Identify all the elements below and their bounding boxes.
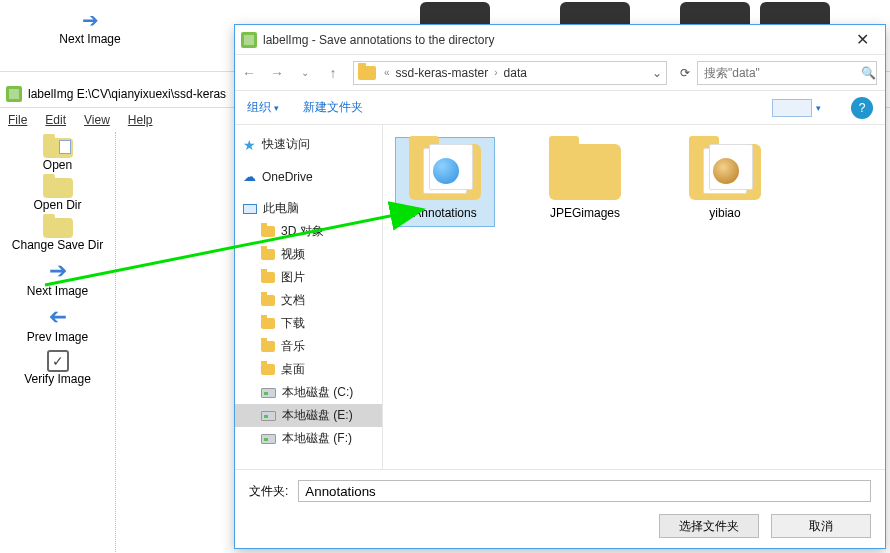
app-menubar: File Edit View Help <box>0 108 230 132</box>
tree-label: OneDrive <box>262 170 313 184</box>
nav-recent-button[interactable]: ⌄ <box>291 59 319 87</box>
menu-file[interactable]: File <box>8 113 27 128</box>
close-button[interactable]: ✕ <box>839 25 885 55</box>
dialog-title: labelImg - Save annotations to the direc… <box>263 33 494 47</box>
save-directory-dialog: labelImg - Save annotations to the direc… <box>234 24 886 549</box>
folder-item-yibiao[interactable]: yibiao <box>675 137 775 227</box>
select-folder-button[interactable]: 选择文件夹 <box>659 514 759 538</box>
folder-item-annotations[interactable]: Annotations <box>395 137 495 227</box>
file-list-pane[interactable]: Annotations JPEGimages yibiao <box>383 125 885 469</box>
tree-drive-f[interactable]: 本地磁盘 (F:) <box>235 427 382 450</box>
new-folder-button[interactable]: 新建文件夹 <box>303 99 363 116</box>
folder-icon <box>261 341 275 352</box>
prev-image-button[interactable]: ➔ Prev Image <box>0 304 115 344</box>
tree-label: 此电脑 <box>263 200 299 217</box>
tree-label: 本地磁盘 (E:) <box>282 407 353 424</box>
drive-icon <box>261 388 276 398</box>
tree-label: 本地磁盘 (C:) <box>282 384 353 401</box>
menu-help[interactable]: Help <box>128 113 153 128</box>
tree-this-pc[interactable]: 此电脑 <box>235 197 382 220</box>
prev-image-label: Prev Image <box>0 330 115 344</box>
tree-label: 快速访问 <box>262 136 310 153</box>
tree-3d-objects[interactable]: 3D 对象 <box>235 220 382 243</box>
cancel-button[interactable]: 取消 <box>771 514 871 538</box>
next-image-label: Next Image <box>0 284 115 298</box>
breadcrumb-segment[interactable]: data <box>502 66 529 80</box>
tree-downloads[interactable]: 下载 <box>235 312 382 335</box>
change-save-dir-button[interactable]: Change Save Dir <box>0 218 115 252</box>
view-mode-button[interactable]: ▾ <box>772 99 821 117</box>
chevron-right-icon: › <box>490 67 501 78</box>
button-label: 取消 <box>809 518 833 535</box>
arrow-left-icon: ← <box>242 65 256 81</box>
navigation-tree: ★快速访问 ☁OneDrive 此电脑 3D 对象 视频 图片 文档 下载 音乐… <box>235 125 383 469</box>
button-label: 选择文件夹 <box>679 518 739 535</box>
tree-drive-c[interactable]: 本地磁盘 (C:) <box>235 381 382 404</box>
search-input[interactable] <box>698 66 860 80</box>
tree-pictures[interactable]: 图片 <box>235 266 382 289</box>
nav-back-button[interactable]: ← <box>235 59 263 87</box>
verify-image-label: Verify Image <box>0 372 115 386</box>
help-icon: ? <box>859 101 866 115</box>
tree-label: 音乐 <box>281 338 305 355</box>
folder-icon <box>261 272 275 283</box>
pc-icon <box>243 204 257 214</box>
view-icon <box>772 99 812 117</box>
close-icon: ✕ <box>856 30 869 49</box>
dialog-app-icon <box>241 32 257 48</box>
tree-music[interactable]: 音乐 <box>235 335 382 358</box>
folder-name: JPEGimages <box>542 206 628 220</box>
folder-name: yibiao <box>682 206 768 220</box>
next-image-button[interactable]: ➔ Next Image <box>0 258 115 298</box>
chevron-down-icon[interactable]: ⌄ <box>648 66 666 80</box>
drive-icon <box>261 411 276 421</box>
tree-label: 视频 <box>281 246 305 263</box>
address-bar[interactable]: « ssd-keras-master › data ⌄ <box>353 61 667 85</box>
change-save-dir-label: Change Save Dir <box>0 238 115 252</box>
tree-videos[interactable]: 视频 <box>235 243 382 266</box>
checkbox-icon <box>47 350 69 372</box>
folder-icon <box>689 144 761 200</box>
app-title: labelImg E:\CV\qianyixuexi\ssd-keras <box>28 87 226 101</box>
folder-icon <box>261 226 275 237</box>
chevron-down-icon: ▾ <box>816 103 821 113</box>
open-label: Open <box>0 158 115 172</box>
tree-documents[interactable]: 文档 <box>235 289 382 312</box>
arrow-left-icon: ➔ <box>0 304 115 330</box>
drive-icon <box>261 434 276 444</box>
tree-label: 下载 <box>281 315 305 332</box>
folder-icon <box>549 144 621 200</box>
search-box[interactable]: 🔍 <box>697 61 877 85</box>
tree-drive-e[interactable]: 本地磁盘 (E:) <box>235 404 382 427</box>
tree-onedrive[interactable]: ☁OneDrive <box>235 166 382 187</box>
nav-up-button[interactable]: ↑ <box>319 59 347 87</box>
tree-label: 桌面 <box>281 361 305 378</box>
tree-label: 文档 <box>281 292 305 309</box>
menu-edit[interactable]: Edit <box>45 113 66 128</box>
open-button[interactable]: Open <box>0 138 115 172</box>
breadcrumb-segment[interactable]: ssd-keras-master <box>394 66 491 80</box>
star-icon: ★ <box>243 137 256 153</box>
arrow-up-icon: ↑ <box>330 65 337 81</box>
cloud-icon: ☁ <box>243 169 256 184</box>
tree-desktop[interactable]: 桌面 <box>235 358 382 381</box>
tree-label: 图片 <box>281 269 305 286</box>
folder-item-jpegimages[interactable]: JPEGimages <box>535 137 635 227</box>
refresh-icon: ⟳ <box>680 66 690 80</box>
open-dir-button[interactable]: Open Dir <box>0 178 115 212</box>
help-button[interactable]: ? <box>851 97 873 119</box>
folder-field-label: 文件夹: <box>249 483 288 500</box>
next-image-top-button[interactable]: ➔ Next Image <box>35 8 145 46</box>
folder-icon <box>358 66 376 80</box>
verify-image-button[interactable]: Verify Image <box>0 350 115 386</box>
organize-menu[interactable]: 组织 ▾ <box>247 99 279 116</box>
chevron-down-icon: ▾ <box>274 103 279 113</box>
chevron-down-icon: ⌄ <box>301 67 309 78</box>
refresh-button[interactable]: ⟳ <box>673 66 697 80</box>
nav-forward-button[interactable]: → <box>263 59 291 87</box>
folder-icon <box>261 318 275 329</box>
tree-quick-access[interactable]: ★快速访问 <box>235 133 382 156</box>
chevron-right-icon: « <box>380 67 394 78</box>
folder-name-input[interactable] <box>298 480 871 502</box>
menu-view[interactable]: View <box>84 113 110 128</box>
